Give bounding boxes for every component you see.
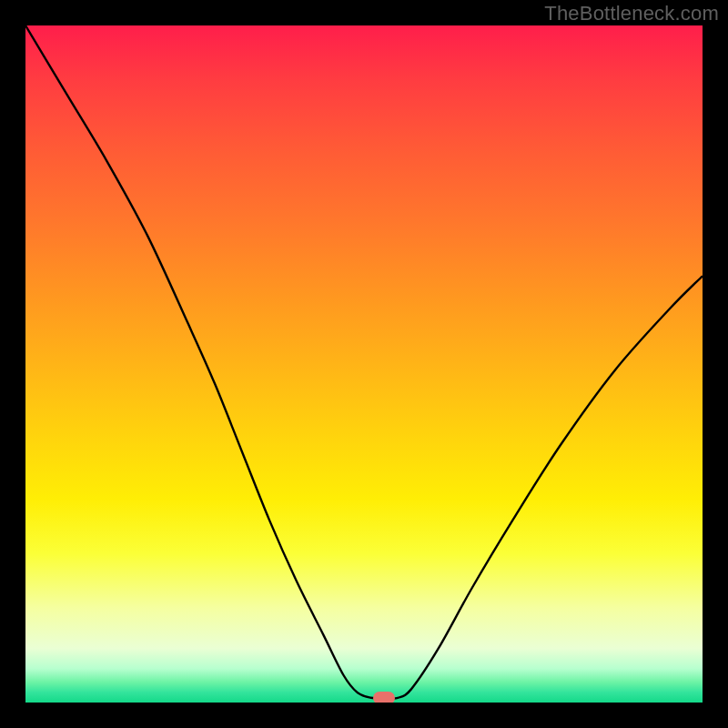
- optimum-marker: [373, 692, 395, 703]
- bottleneck-curve: [25, 25, 703, 703]
- bottleneck-chart: TheBottleneck.com: [0, 0, 728, 728]
- watermark-text: TheBottleneck.com: [544, 2, 719, 25]
- plot-area: [25, 25, 703, 703]
